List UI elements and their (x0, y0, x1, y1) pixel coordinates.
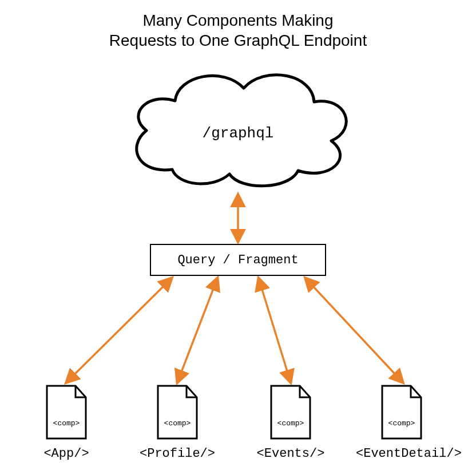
cloud-label: /graphql (203, 125, 274, 142)
query-fragment-box: Query / Fragment (150, 244, 326, 276)
component-caption: <Profile/> (132, 447, 223, 461)
file-inner-label: <comp> (43, 419, 89, 428)
file-inner-label: <comp> (154, 419, 200, 428)
diagram-title: Many Components Making Requests to One G… (0, 10, 476, 50)
file-icon (154, 384, 200, 441)
arrow-query-app (66, 278, 172, 382)
arrow-query-events (259, 278, 291, 382)
arrow-query-profile (177, 278, 217, 382)
component-profile: <comp> <Profile/> (132, 384, 223, 461)
file-inner-label: <comp> (379, 419, 425, 428)
title-line-1: Many Components Making (142, 11, 333, 29)
component-caption: <Events/> (245, 447, 336, 461)
file-inner-label: <comp> (268, 419, 314, 428)
query-fragment-label: Query / Fragment (177, 253, 298, 267)
file-icon (43, 384, 89, 441)
component-caption: <App/> (21, 447, 112, 461)
component-eventdetail: <comp> <EventDetail/> (356, 384, 447, 461)
component-events: <comp> <Events/> (245, 384, 336, 461)
title-line-2: Requests to One GraphQL Endpoint (109, 31, 367, 49)
file-icon (268, 384, 314, 441)
component-caption: <EventDetail/> (356, 447, 447, 461)
component-app: <comp> <App/> (21, 384, 112, 461)
arrow-query-eventdetail (306, 278, 403, 382)
file-icon (379, 384, 425, 441)
